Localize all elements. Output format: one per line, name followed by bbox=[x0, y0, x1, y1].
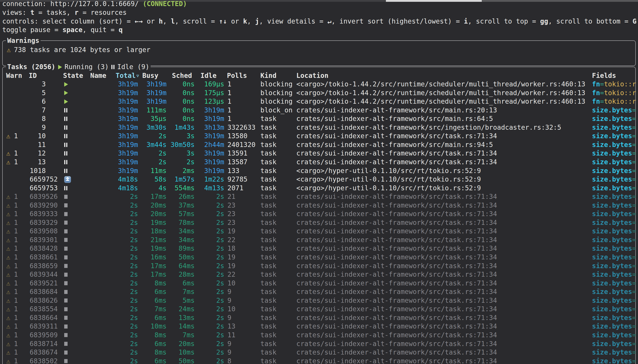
column-header-polls[interactable]: Polls bbox=[227, 71, 247, 80]
task-row[interactable]: 83h19m35µs0ns3h19m1taskcrates/sui-indexe… bbox=[0, 114, 638, 123]
column-header-name[interactable]: Name bbox=[90, 71, 106, 80]
task-row[interactable]: ⚠168393112s10ms14ms2s13taskcrates/sui-in… bbox=[0, 322, 638, 331]
warning-icon: ⚠ bbox=[6, 331, 10, 340]
task-row[interactable]: ⚠168386842s6ms7ms2s9taskcrates/sui-index… bbox=[0, 288, 638, 296]
task-row[interactable]: ⚠168386612s16ms50ms2s19taskcrates/sui-in… bbox=[0, 253, 638, 262]
field-value: tokio::r bbox=[604, 98, 636, 105]
field-value: tokio::r bbox=[604, 80, 636, 88]
column-header-total[interactable]: Total▿ bbox=[116, 71, 140, 80]
task-row[interactable]: ⚠168395212s8ms6ms2s10taskcrates/sui-inde… bbox=[0, 279, 638, 288]
task-location: crates/sui-indexer-alt-framework/src/tas… bbox=[296, 236, 497, 244]
task-row[interactable]: 66597524m18s58s1m57s1m22s92785task<cargo… bbox=[0, 175, 638, 184]
task-row[interactable]: ⚠168386742s8ms10ms2s9taskcrates/sui-inde… bbox=[0, 348, 638, 357]
warning-icon: ⚠ bbox=[6, 236, 10, 244]
task-row[interactable]: 66597534m18s4s554ms4m13s2071task<cargo>/… bbox=[0, 184, 638, 192]
task-kind: task bbox=[260, 132, 276, 140]
task-total-duration: 2s bbox=[110, 218, 138, 227]
task-row[interactable]: ⚠168395262s17ms26ms2s21taskcrates/sui-in… bbox=[0, 192, 638, 201]
idle-state-icon bbox=[64, 186, 65, 190]
tasks-count-label: Tasks (2056) bbox=[7, 62, 56, 71]
task-location: crates/sui-indexer-alt-framework/src/mai… bbox=[296, 114, 493, 123]
completed-state-icon bbox=[64, 220, 68, 225]
task-row[interactable]: ⚠168384282s19ms89ms2s18taskcrates/sui-in… bbox=[0, 244, 638, 253]
column-header-fields[interactable]: Fields bbox=[592, 71, 616, 80]
task-row[interactable]: ⚠1103h19m2s3s3h19m13580taskcrates/sui-in… bbox=[0, 132, 638, 140]
task-row[interactable]: ⚠168393442s17ms28ms2s22taskcrates/sui-in… bbox=[0, 270, 638, 279]
task-kind: task bbox=[260, 210, 276, 218]
warning-icon: ⚠ bbox=[6, 288, 10, 296]
field-name: size.bytes bbox=[592, 132, 632, 140]
running-count-label: Running (3) bbox=[65, 62, 109, 71]
task-row[interactable]: 33h19m3h19m0ns169µs1blocking<cargo>/toki… bbox=[0, 80, 638, 89]
task-location: <cargo>/hyper-util-0.1.10/src/rt/tokio.r… bbox=[296, 175, 481, 184]
task-row[interactable]: 63h19m3h19m0ns123µs1blocking<cargo>/toki… bbox=[0, 97, 638, 106]
task-busy-duration: 21ms bbox=[138, 236, 166, 244]
task-sched-duration: 34ms bbox=[166, 227, 195, 236]
task-busy-duration: 2s bbox=[138, 132, 166, 140]
field-name: size.bytes bbox=[592, 106, 632, 114]
task-busy-duration: 19ms bbox=[138, 218, 166, 227]
task-sched-duration: 13ms bbox=[166, 314, 195, 322]
field-separator: = bbox=[632, 141, 636, 148]
task-total-duration: 3h19m bbox=[110, 149, 138, 158]
text-segment: = resources bbox=[78, 9, 127, 16]
task-idle-duration: 2s bbox=[196, 288, 224, 296]
warn-count: 1 bbox=[14, 270, 18, 279]
task-total-duration: 2s bbox=[110, 210, 138, 218]
task-location: <cargo>/hyper-util-0.1.10/src/rt/tokio.r… bbox=[296, 166, 481, 175]
column-header-sched[interactable]: Sched bbox=[172, 71, 192, 80]
task-row[interactable]: ⚠168393292s19ms78ms2s23taskcrates/sui-in… bbox=[0, 218, 638, 227]
task-row[interactable]: ⚠168385022s6ms50ms2s8taskcrates/sui-inde… bbox=[0, 357, 638, 364]
task-row[interactable]: ⚠168386642s6ms13ms2s9taskcrates/sui-inde… bbox=[0, 314, 638, 322]
completed-state-icon bbox=[64, 342, 68, 346]
task-row[interactable]: 10183h19m11ms2ms3h19m133task<cargo>/hype… bbox=[0, 166, 638, 175]
task-total-duration: 3h19m bbox=[110, 106, 138, 115]
task-kind: task bbox=[260, 218, 276, 227]
task-state bbox=[64, 123, 67, 132]
task-location: crates/sui-indexer-alt-framework/src/tas… bbox=[296, 253, 497, 262]
task-row[interactable]: ⚠168387142s6ms20ms2s9taskcrates/sui-inde… bbox=[0, 340, 638, 348]
column-header-location[interactable]: Location bbox=[296, 71, 328, 80]
task-row[interactable]: 53h19m3h19m0ns175µs1blocking<cargo>/toki… bbox=[0, 89, 638, 98]
task-row[interactable]: ⚠1133h19m2s2s3h19m13587taskcrates/sui-in… bbox=[0, 158, 638, 166]
task-row[interactable]: ⚠168395092s8ms7ms2s11taskcrates/sui-inde… bbox=[0, 331, 638, 340]
task-id: 8 bbox=[30, 114, 46, 123]
task-row[interactable]: ⚠168393332s20ms57ms2s23taskcrates/sui-in… bbox=[0, 210, 638, 218]
task-kind: task bbox=[260, 279, 276, 288]
task-row[interactable]: 113h19m3m44s30m50s2h44m2401320taskcrates… bbox=[0, 140, 638, 149]
task-fields: size.bytes= bbox=[592, 132, 636, 140]
task-row[interactable]: ⚠168393012s21ms34ms2s22taskcrates/sui-in… bbox=[0, 236, 638, 244]
text-segment: , quit = bbox=[82, 26, 119, 34]
task-id: 6839526 bbox=[30, 192, 46, 201]
warn-count: 1 bbox=[14, 357, 18, 364]
column-header-state[interactable]: State bbox=[63, 71, 83, 80]
column-header-kind[interactable]: Kind bbox=[260, 71, 276, 80]
task-location: <cargo>/tokio-1.44.2/src/runtime/schedul… bbox=[296, 80, 585, 89]
task-sched-duration: 50ms bbox=[166, 357, 195, 364]
column-header-warn[interactable]: Warn bbox=[6, 71, 22, 80]
text-segment: k bbox=[243, 18, 247, 25]
task-idle-duration: 123µs bbox=[196, 97, 224, 106]
task-total-duration: 3h19m bbox=[110, 89, 138, 98]
task-row[interactable]: 73h19m111ms0ns3h19m1block_oncrates/sui-i… bbox=[0, 106, 638, 115]
task-busy-duration: 3m44s bbox=[138, 140, 166, 149]
column-header-idle[interactable]: Idle bbox=[200, 71, 217, 80]
task-busy-duration: 3h19m bbox=[138, 97, 166, 106]
idle-state-icon bbox=[64, 160, 65, 164]
task-row[interactable]: ⚠168386262s6ms5ms2s9taskcrates/sui-index… bbox=[0, 296, 638, 305]
column-header-id[interactable]: ID bbox=[29, 71, 37, 80]
column-header-busy[interactable]: Busy bbox=[142, 71, 158, 80]
task-row[interactable]: ⚠168392902s20ms37ms2s23taskcrates/sui-in… bbox=[0, 201, 638, 210]
task-row[interactable]: ⚠168385542s7ms24ms2s10taskcrates/sui-ind… bbox=[0, 305, 638, 314]
task-row[interactable]: ⚠1123h19m2s3s3h19m13591taskcrates/sui-in… bbox=[0, 149, 638, 158]
task-id: 6838428 bbox=[30, 244, 46, 253]
task-total-duration: 2s bbox=[110, 357, 138, 364]
task-row[interactable]: ⚠168386592s17ms64ms2s19taskcrates/sui-in… bbox=[0, 262, 638, 270]
task-polls: 133 bbox=[228, 166, 240, 175]
task-total-duration: 2s bbox=[110, 314, 138, 322]
task-row[interactable]: 93h19m3m30s1m43s3h13m3322633taskcrates/s… bbox=[0, 123, 638, 132]
task-polls: 18 bbox=[228, 244, 236, 253]
task-sched-duration: 89ms bbox=[166, 244, 195, 253]
task-row[interactable]: ⚠168395082s18ms34ms2s19taskcrates/sui-in… bbox=[0, 227, 638, 236]
task-fields: size.bytes= bbox=[592, 314, 636, 322]
